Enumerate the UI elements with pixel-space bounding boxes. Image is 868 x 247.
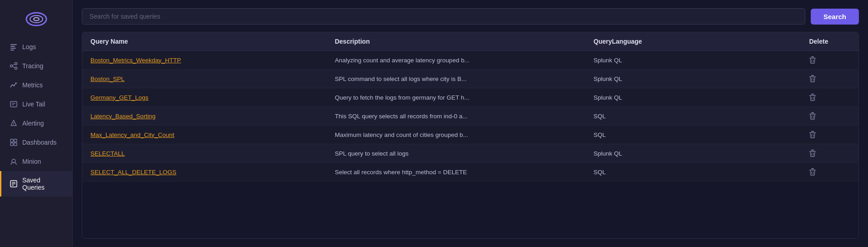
delete-button[interactable] [809, 131, 850, 139]
query-description-cell: Query to fetch the logs from germany for… [327, 88, 585, 107]
delete-button[interactable] [809, 75, 850, 83]
sidebar-item-label: Tracing [22, 62, 43, 70]
logs-icon [10, 43, 18, 51]
svg-rect-20 [14, 143, 17, 146]
svg-rect-51 [811, 168, 814, 169]
svg-rect-39 [811, 112, 814, 113]
savedqueries-icon [10, 180, 18, 188]
query-name-cell: Max_Latency_and_City_Count [82, 126, 327, 144]
sidebar-item-label: Alerting [22, 120, 44, 127]
col-header-querylanguage: QueryLanguage [585, 32, 801, 51]
svg-rect-5 [10, 48, 16, 49]
delete-button[interactable] [809, 149, 850, 157]
sidebar-item-label: Dashboards [22, 139, 57, 146]
sidebar-item-label: Minion [22, 158, 41, 165]
query-language-cell: Splunk QL [585, 88, 801, 107]
svg-rect-12 [10, 101, 17, 107]
query-name-link[interactable]: Latency_Based_Sorting [90, 113, 155, 120]
svg-line-10 [12, 64, 15, 66]
query-language-cell: SQL [585, 126, 801, 144]
alerting-icon [10, 119, 18, 127]
svg-point-1 [30, 15, 43, 23]
sidebar: Logs Tracing Metrics [0, 0, 73, 247]
svg-rect-43 [811, 131, 814, 132]
search-input[interactable] [82, 8, 805, 25]
query-name-link[interactable]: Max_Latency_and_City_Count [90, 131, 175, 138]
delete-cell [801, 51, 858, 70]
sidebar-item-alerting[interactable]: Alerting [0, 114, 72, 133]
dashboards-icon [10, 138, 18, 146]
svg-rect-46 [809, 151, 816, 152]
query-description-cell: Maximum latency and count of cities grou… [327, 126, 585, 144]
query-name-link[interactable]: Boston_SPL [90, 76, 125, 82]
table-row: SELECTALLSPL query to select all logsSpl… [82, 144, 858, 163]
svg-rect-26 [809, 58, 816, 59]
search-button[interactable]: Search [811, 9, 859, 25]
metrics-icon [10, 81, 18, 89]
query-description-cell: Select all records where http_method = D… [327, 163, 585, 181]
svg-rect-17 [10, 139, 13, 142]
delete-button[interactable] [809, 56, 850, 64]
table-row: Latency_Based_SortingThis SQL query sele… [82, 107, 858, 126]
svg-rect-18 [14, 139, 17, 142]
svg-rect-47 [811, 150, 814, 151]
svg-rect-31 [811, 75, 814, 76]
sidebar-item-minion[interactable]: Minion [0, 152, 72, 171]
svg-point-7 [10, 65, 13, 67]
svg-rect-42 [809, 132, 816, 133]
sidebar-item-livetail[interactable]: Live Tail [0, 95, 72, 114]
svg-rect-4 [10, 46, 15, 47]
delete-cell [801, 163, 858, 181]
delete-button[interactable] [809, 112, 850, 120]
svg-point-0 [26, 13, 46, 25]
delete-button[interactable] [809, 93, 850, 101]
sidebar-item-label: Live Tail [22, 101, 45, 108]
svg-point-2 [34, 18, 39, 21]
sidebar-item-logs[interactable]: Logs [0, 37, 72, 56]
query-language-cell: Splunk QL [585, 70, 801, 88]
svg-rect-19 [10, 143, 13, 146]
query-name-link[interactable]: Germany_GET_Logs [90, 94, 149, 101]
svg-rect-30 [809, 76, 816, 77]
sidebar-item-dashboards[interactable]: Dashboards [0, 133, 72, 152]
query-name-link[interactable]: Boston_Metrics_Weekday_HTTP [90, 57, 181, 64]
svg-rect-38 [809, 114, 816, 115]
table-row: Germany_GET_LogsQuery to fetch the logs … [82, 88, 858, 107]
delete-cell [801, 88, 858, 107]
saved-queries-table-container: Query Name Description QueryLanguage Del… [82, 32, 859, 239]
svg-rect-27 [811, 56, 814, 57]
svg-point-8 [15, 63, 17, 65]
svg-rect-50 [809, 170, 816, 171]
query-language-cell: SQL [585, 163, 801, 181]
table-header-row: Query Name Description QueryLanguage Del… [82, 32, 858, 51]
col-header-description: Description [327, 32, 585, 51]
query-description-cell: SPL command to select all logs where cit… [327, 70, 585, 88]
query-language-cell: Splunk QL [585, 51, 801, 70]
delete-cell [801, 70, 858, 88]
table-row: Max_Latency_and_City_CountMaximum latenc… [82, 126, 858, 144]
query-description-cell: SPL query to select all logs [327, 144, 585, 163]
query-name-cell: Boston_SPL [82, 70, 327, 88]
sidebar-item-label: Logs [22, 43, 36, 50]
sidebar-item-savedqueries[interactable]: Saved Queries [0, 171, 72, 197]
table-row: Boston_Metrics_Weekday_HTTPAnalyzing cou… [82, 51, 858, 70]
delete-button[interactable] [809, 168, 850, 176]
sidebar-item-label: Saved Queries [22, 176, 64, 191]
svg-rect-35 [811, 94, 814, 95]
col-header-queryname: Query Name [82, 32, 327, 51]
delete-cell [801, 107, 858, 126]
svg-line-11 [12, 66, 15, 68]
table-row: Boston_SPLSPL command to select all logs… [82, 70, 858, 88]
tracing-icon [10, 62, 18, 70]
query-name-link[interactable]: SELECT_ALL_DELETE_LOGS [90, 169, 176, 176]
main-content: Search Query Name Description QueryLangu… [73, 0, 868, 247]
sidebar-item-metrics[interactable]: Metrics [0, 76, 72, 95]
query-description-cell: Analyzing count and average latency grou… [327, 51, 585, 70]
svg-rect-3 [10, 44, 17, 45]
search-bar-row: Search [82, 8, 859, 25]
sidebar-item-tracing[interactable]: Tracing [0, 56, 72, 76]
livetail-icon [10, 100, 18, 108]
query-name-link[interactable]: SELECTALL [90, 150, 125, 157]
app-logo [0, 5, 72, 37]
svg-point-9 [15, 67, 17, 70]
